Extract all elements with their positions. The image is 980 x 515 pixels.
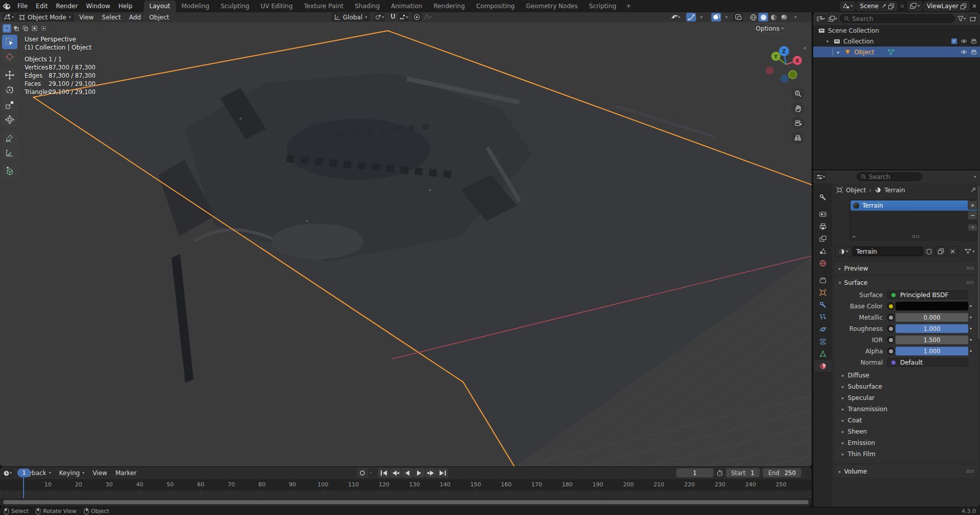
shading-solid-button[interactable] (758, 13, 768, 21)
outliner-search-input[interactable]: Search (840, 14, 955, 23)
normal-dropdown[interactable]: Default (887, 358, 968, 367)
outliner-display-mode-dropdown[interactable]: ▾ (827, 14, 838, 23)
camera-view-button[interactable] (791, 116, 804, 129)
panel-grip[interactable] (967, 281, 973, 284)
proportional-editing-toggle[interactable] (412, 13, 422, 21)
tool-transform[interactable] (2, 113, 17, 127)
tab-physics[interactable] (815, 323, 831, 335)
material-specials-dropdown[interactable]: ▾ (962, 247, 977, 256)
new-scene-icon[interactable] (888, 4, 894, 9)
axis-negative-z[interactable] (780, 75, 789, 83)
tab-constraints[interactable] (815, 335, 831, 347)
expand-arrow-icon[interactable]: ▸ (835, 50, 841, 55)
surface-subpanel[interactable]: ▸ Transmission (835, 404, 977, 415)
workspace-tab[interactable]: Compositing (470, 1, 520, 12)
viewlayer-name-field[interactable]: ViewLayer (924, 2, 969, 11)
pin-icon[interactable] (970, 187, 976, 193)
surface-shader-dropdown[interactable]: Principled BSDF (887, 290, 968, 299)
outliner-row-object[interactable]: │ ▸ Object (813, 47, 980, 57)
jump-to-start-button[interactable] (378, 468, 389, 478)
previous-keyframe-button[interactable] (390, 468, 401, 478)
next-keyframe-button[interactable] (425, 468, 437, 478)
viewport-canvas[interactable] (0, 21, 812, 466)
viewport-menu-item[interactable]: Select (98, 14, 125, 21)
add-slot-button[interactable]: ＋ (968, 200, 977, 210)
topbar-menu-item[interactable]: Render (52, 0, 82, 12)
surface-subpanel[interactable]: ▸ Sheen (835, 426, 977, 437)
properties-options-dropdown[interactable]: ▾ (974, 175, 976, 179)
tab-object-data[interactable] (815, 348, 831, 360)
workspace-tab[interactable]: Shading (349, 1, 385, 12)
toggle-perspective-button[interactable] (791, 131, 804, 144)
unlink-material-button[interactable]: ✕ (947, 247, 958, 256)
3d-viewport[interactable]: ▾ Object Mode ▾ ViewSelectAddObject Glob… (0, 12, 812, 466)
tool-select-box[interactable] (2, 35, 17, 49)
workspace-tab[interactable]: Rendering (428, 1, 470, 12)
timeline-track[interactable] (0, 490, 812, 498)
topbar-menu-item[interactable]: Edit (32, 0, 52, 12)
hide-eye-icon[interactable] (961, 50, 967, 54)
shading-wireframe-button[interactable] (748, 13, 758, 21)
current-frame-field[interactable]: 1 (676, 468, 714, 478)
play-reverse-button[interactable] (402, 468, 413, 478)
animate-dot[interactable]: • (968, 303, 973, 309)
scene-browse-button[interactable]: ▾ (840, 2, 855, 11)
material-slot-selected[interactable]: Terrain (851, 200, 977, 211)
viewport-menu-item[interactable]: Add (125, 14, 145, 21)
alpha-slider[interactable]: 1.000 (896, 347, 968, 355)
axis-negative-x[interactable] (766, 66, 774, 75)
timeline-menu-item[interactable]: Marker (111, 469, 140, 477)
animate-dot[interactable]: • (968, 337, 973, 343)
end-frame-field[interactable]: End250 (763, 468, 801, 478)
zoom-button[interactable] (791, 87, 804, 100)
outliner-row-collection[interactable]: ▾ Collection ✓ (813, 36, 980, 47)
viewport-menu-item[interactable]: View (75, 14, 98, 21)
alpha-socket[interactable] (887, 347, 895, 355)
tab-output[interactable] (815, 220, 831, 232)
list-resize-grip[interactable] (912, 235, 919, 238)
tab-world[interactable] (815, 257, 831, 269)
volume-panel[interactable]: ▸ Volume (835, 465, 977, 477)
tool-add-cube[interactable] (2, 164, 17, 178)
workspace-tab[interactable]: Animation (385, 1, 428, 12)
roughness-slider[interactable]: 1.000 (896, 324, 968, 333)
visibility-dropdown[interactable]: ▾ (669, 13, 681, 21)
outliner-filter-dropdown[interactable]: ▾ (956, 14, 967, 23)
topbar-menu-item[interactable]: Window (82, 0, 114, 12)
workspace-tab[interactable]: Layout (144, 1, 176, 12)
surface-subpanel[interactable]: ▸ Thin Film (835, 449, 977, 460)
jump-to-end-button[interactable] (437, 468, 448, 478)
topbar-menu-item[interactable]: Help (114, 0, 136, 12)
xray-toggle[interactable] (733, 13, 743, 21)
metallic-socket[interactable] (887, 314, 895, 321)
surface-subpanel[interactable]: ▸ Diffuse (835, 370, 977, 381)
disable-render-camera-icon[interactable] (971, 38, 977, 44)
copy-material-button[interactable] (935, 247, 946, 256)
scene-name-field[interactable]: Scene (857, 2, 897, 11)
select-mode-intersect[interactable] (39, 24, 48, 33)
transform-orientation-dropdown[interactable]: Global ▾ (331, 13, 370, 21)
play-button[interactable] (413, 468, 425, 478)
blender-menu[interactable] (0, 0, 13, 12)
timeline-menu-dropdown[interactable]: Keying▾ (55, 469, 89, 477)
gizmo-settings-dropdown[interactable]: ▾ (696, 13, 706, 21)
tab-collection[interactable] (815, 274, 831, 286)
preview-panel[interactable]: ▸ Preview (835, 262, 977, 274)
pivot-point-dropdown[interactable]: ▾ (374, 13, 385, 21)
select-mode-invert[interactable] (30, 24, 39, 33)
roughness-socket[interactable] (887, 325, 895, 332)
animate-dot[interactable]: • (968, 326, 973, 331)
outliner-editor-type-button[interactable]: ▾ (815, 14, 826, 23)
proportional-falloff-dropdown[interactable]: ▾ (422, 13, 432, 21)
slot-specials-dropdown[interactable]: ▾ (968, 224, 977, 231)
tool-measure[interactable] (2, 146, 17, 160)
tool-annotate[interactable] (2, 131, 17, 145)
show-gizmo-toggle[interactable] (686, 13, 696, 21)
overlays-settings-dropdown[interactable]: ▾ (722, 13, 731, 21)
surface-panel[interactable]: ▾ Surface Surface Principled BSDF • Base… (835, 277, 977, 463)
tool-move[interactable] (2, 68, 17, 82)
workspace-tab[interactable]: Texture Paint (298, 1, 349, 12)
tool-rotate[interactable] (2, 83, 17, 97)
timeline-ruler[interactable]: 1020304050607080901001101201301401501601… (0, 479, 812, 490)
surface-subpanel[interactable]: ▸ Coat (835, 415, 977, 426)
